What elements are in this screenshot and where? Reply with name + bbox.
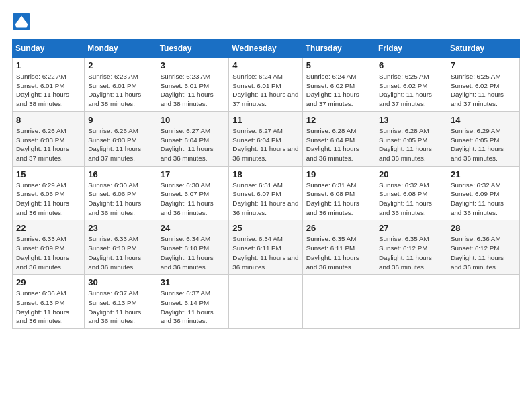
day-info: Sunrise: 6:32 AMSunset: 6:09 PMDaylight:… xyxy=(451,181,504,216)
day-number: 9 xyxy=(88,115,152,125)
calendar-cell: 10 Sunrise: 6:27 AMSunset: 6:04 PMDaylig… xyxy=(157,111,229,166)
day-info: Sunrise: 6:28 AMSunset: 6:05 PMDaylight:… xyxy=(379,127,432,162)
calendar-week-row: 22 Sunrise: 6:33 AMSunset: 6:09 PMDaylig… xyxy=(13,220,520,275)
calendar-day-header: Tuesday xyxy=(157,40,229,58)
calendar-cell: 30 Sunrise: 6:37 AMSunset: 6:13 PMDaylig… xyxy=(85,275,157,329)
day-number: 3 xyxy=(161,60,226,71)
calendar-cell: 23 Sunrise: 6:33 AMSunset: 6:10 PMDaylig… xyxy=(85,220,157,275)
calendar-cell xyxy=(229,275,302,329)
calendar-cell: 3 Sunrise: 6:23 AMSunset: 6:01 PMDayligh… xyxy=(157,58,229,112)
calendar-cell: 29 Sunrise: 6:36 AMSunset: 6:13 PMDaylig… xyxy=(13,275,85,329)
calendar-cell xyxy=(375,275,447,329)
calendar-cell: 12 Sunrise: 6:28 AMSunset: 6:04 PMDaylig… xyxy=(302,111,375,166)
day-info: Sunrise: 6:33 AMSunset: 6:09 PMDaylight:… xyxy=(16,235,69,270)
day-info: Sunrise: 6:27 AMSunset: 6:04 PMDaylight:… xyxy=(161,127,214,162)
day-info: Sunrise: 6:37 AMSunset: 6:14 PMDaylight:… xyxy=(161,289,214,324)
logo-icon xyxy=(12,12,31,31)
day-number: 6 xyxy=(379,60,443,71)
day-info: Sunrise: 6:36 AMSunset: 6:12 PMDaylight:… xyxy=(451,235,504,270)
day-info: Sunrise: 6:27 AMSunset: 6:04 PMDaylight:… xyxy=(232,127,298,162)
day-number: 27 xyxy=(379,223,443,233)
calendar-cell: 9 Sunrise: 6:26 AMSunset: 6:03 PMDayligh… xyxy=(85,111,157,166)
calendar-cell: 27 Sunrise: 6:35 AMSunset: 6:12 PMDaylig… xyxy=(375,220,447,275)
day-number: 1 xyxy=(16,60,81,71)
day-number: 18 xyxy=(232,169,298,179)
day-info: Sunrise: 6:24 AMSunset: 6:01 PMDaylight:… xyxy=(232,73,298,107)
day-number: 30 xyxy=(88,277,152,287)
day-info: Sunrise: 6:25 AMSunset: 6:02 PMDaylight:… xyxy=(379,73,432,107)
day-number: 16 xyxy=(88,169,152,179)
calendar-header-row: SundayMondayTuesdayWednesdayThursdayFrid… xyxy=(13,40,520,58)
logo xyxy=(12,12,34,31)
day-info: Sunrise: 6:26 AMSunset: 6:03 PMDaylight:… xyxy=(88,127,141,162)
calendar-cell: 22 Sunrise: 6:33 AMSunset: 6:09 PMDaylig… xyxy=(13,220,85,275)
calendar-day-header: Wednesday xyxy=(229,40,302,58)
day-number: 8 xyxy=(16,115,81,125)
day-info: Sunrise: 6:31 AMSunset: 6:07 PMDaylight:… xyxy=(232,181,298,216)
calendar-cell: 5 Sunrise: 6:24 AMSunset: 6:02 PMDayligh… xyxy=(302,58,375,112)
calendar-day-header: Monday xyxy=(85,40,157,58)
calendar-week-row: 15 Sunrise: 6:29 AMSunset: 6:06 PMDaylig… xyxy=(13,166,520,220)
calendar-week-row: 29 Sunrise: 6:36 AMSunset: 6:13 PMDaylig… xyxy=(13,275,520,329)
day-info: Sunrise: 6:32 AMSunset: 6:08 PMDaylight:… xyxy=(379,181,432,216)
calendar-cell: 6 Sunrise: 6:25 AMSunset: 6:02 PMDayligh… xyxy=(375,58,447,112)
day-number: 26 xyxy=(306,223,371,233)
calendar-cell: 2 Sunrise: 6:23 AMSunset: 6:01 PMDayligh… xyxy=(85,58,157,112)
day-number: 11 xyxy=(232,115,298,125)
day-info: Sunrise: 6:34 AMSunset: 6:10 PMDaylight:… xyxy=(161,235,214,270)
calendar-cell: 18 Sunrise: 6:31 AMSunset: 6:07 PMDaylig… xyxy=(229,166,302,220)
calendar-cell: 26 Sunrise: 6:35 AMSunset: 6:11 PMDaylig… xyxy=(302,220,375,275)
calendar-cell xyxy=(447,275,519,329)
header xyxy=(12,12,520,31)
day-number: 12 xyxy=(306,115,371,125)
calendar-cell: 21 Sunrise: 6:32 AMSunset: 6:09 PMDaylig… xyxy=(447,166,519,220)
day-info: Sunrise: 6:30 AMSunset: 6:07 PMDaylight:… xyxy=(161,181,214,216)
page: SundayMondayTuesdayWednesdayThursdayFrid… xyxy=(0,0,532,411)
day-info: Sunrise: 6:22 AMSunset: 6:01 PMDaylight:… xyxy=(16,73,69,107)
day-number: 22 xyxy=(16,223,81,233)
calendar-cell: 16 Sunrise: 6:30 AMSunset: 6:06 PMDaylig… xyxy=(85,166,157,220)
day-info: Sunrise: 6:37 AMSunset: 6:13 PMDaylight:… xyxy=(88,289,141,324)
day-info: Sunrise: 6:34 AMSunset: 6:11 PMDaylight:… xyxy=(232,235,298,270)
calendar-day-header: Sunday xyxy=(13,40,85,58)
day-info: Sunrise: 6:29 AMSunset: 6:06 PMDaylight:… xyxy=(16,181,69,216)
day-number: 4 xyxy=(232,60,298,71)
day-info: Sunrise: 6:36 AMSunset: 6:13 PMDaylight:… xyxy=(16,289,69,324)
day-info: Sunrise: 6:25 AMSunset: 6:02 PMDaylight:… xyxy=(451,73,504,107)
day-number: 2 xyxy=(88,60,152,71)
day-info: Sunrise: 6:33 AMSunset: 6:10 PMDaylight:… xyxy=(88,235,141,270)
day-number: 21 xyxy=(451,169,516,179)
day-number: 19 xyxy=(306,169,371,179)
day-info: Sunrise: 6:28 AMSunset: 6:04 PMDaylight:… xyxy=(306,127,359,162)
calendar-week-row: 8 Sunrise: 6:26 AMSunset: 6:03 PMDayligh… xyxy=(13,111,520,166)
calendar-cell: 24 Sunrise: 6:34 AMSunset: 6:10 PMDaylig… xyxy=(157,220,229,275)
day-info: Sunrise: 6:29 AMSunset: 6:05 PMDaylight:… xyxy=(451,127,504,162)
day-number: 23 xyxy=(88,223,152,233)
day-number: 24 xyxy=(161,223,226,233)
day-info: Sunrise: 6:26 AMSunset: 6:03 PMDaylight:… xyxy=(16,127,69,162)
calendar-cell: 4 Sunrise: 6:24 AMSunset: 6:01 PMDayligh… xyxy=(229,58,302,112)
calendar-day-header: Friday xyxy=(375,40,447,58)
calendar-cell: 28 Sunrise: 6:36 AMSunset: 6:12 PMDaylig… xyxy=(447,220,519,275)
day-number: 15 xyxy=(16,169,81,179)
calendar-cell: 25 Sunrise: 6:34 AMSunset: 6:11 PMDaylig… xyxy=(229,220,302,275)
day-info: Sunrise: 6:35 AMSunset: 6:11 PMDaylight:… xyxy=(306,235,359,270)
day-info: Sunrise: 6:31 AMSunset: 6:08 PMDaylight:… xyxy=(306,181,359,216)
day-number: 25 xyxy=(232,223,298,233)
calendar-cell: 19 Sunrise: 6:31 AMSunset: 6:08 PMDaylig… xyxy=(302,166,375,220)
calendar-cell: 17 Sunrise: 6:30 AMSunset: 6:07 PMDaylig… xyxy=(157,166,229,220)
calendar-cell: 11 Sunrise: 6:27 AMSunset: 6:04 PMDaylig… xyxy=(229,111,302,166)
day-info: Sunrise: 6:30 AMSunset: 6:06 PMDaylight:… xyxy=(88,181,141,216)
calendar-body: 1 Sunrise: 6:22 AMSunset: 6:01 PMDayligh… xyxy=(13,58,520,329)
day-info: Sunrise: 6:24 AMSunset: 6:02 PMDaylight:… xyxy=(306,73,359,107)
day-number: 29 xyxy=(16,277,81,287)
day-number: 28 xyxy=(451,223,516,233)
calendar-cell xyxy=(302,275,375,329)
calendar-week-row: 1 Sunrise: 6:22 AMSunset: 6:01 PMDayligh… xyxy=(13,58,520,112)
day-number: 20 xyxy=(379,169,443,179)
calendar-cell: 15 Sunrise: 6:29 AMSunset: 6:06 PMDaylig… xyxy=(13,166,85,220)
day-info: Sunrise: 6:35 AMSunset: 6:12 PMDaylight:… xyxy=(379,235,432,270)
calendar-day-header: Thursday xyxy=(302,40,375,58)
day-number: 10 xyxy=(161,115,226,125)
day-number: 17 xyxy=(161,169,226,179)
